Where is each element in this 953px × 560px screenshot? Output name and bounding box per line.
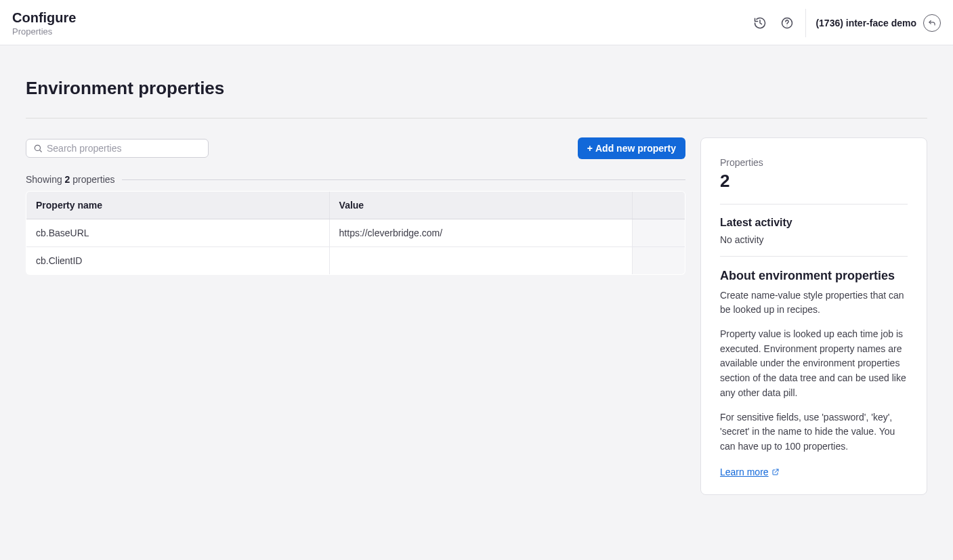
cell-actions[interactable] bbox=[633, 247, 685, 275]
search-input[interactable] bbox=[47, 143, 201, 154]
cell-value: https://cleverbridge.com/ bbox=[329, 219, 633, 247]
count-text: Showing 2 properties bbox=[26, 174, 122, 185]
add-button-label: Add new property bbox=[595, 143, 676, 154]
properties-table: Property name Value cb.BaseURL https://c… bbox=[26, 191, 685, 275]
learn-more-link[interactable]: Learn more bbox=[720, 467, 780, 477]
right-column: Properties 2 Latest activity No activity… bbox=[700, 137, 927, 495]
side-activity-value: No activity bbox=[720, 233, 908, 248]
side-about-label: About environment properties bbox=[720, 269, 908, 283]
page-title: Environment properties bbox=[26, 78, 927, 99]
cell-value bbox=[329, 247, 633, 275]
learn-more-label: Learn more bbox=[720, 467, 769, 477]
help-icon[interactable] bbox=[778, 14, 796, 32]
side-about-p2: Property value is looked up each time jo… bbox=[720, 327, 908, 400]
side-about-p1: Create name-value style properties that … bbox=[720, 288, 908, 318]
side-rule-1 bbox=[720, 204, 908, 204]
header-title: Configure bbox=[12, 10, 76, 25]
plus-icon: + bbox=[587, 143, 593, 154]
content-wrap: Environment properties + bbox=[26, 78, 927, 495]
side-about-p3: For sensitive fields, use 'password', 'k… bbox=[720, 410, 908, 454]
table-row[interactable]: cb.BaseURL https://cleverbridge.com/ bbox=[26, 219, 685, 247]
external-link-icon bbox=[771, 468, 780, 476]
two-column-layout: + Add new property Showing 2 properties bbox=[26, 137, 927, 495]
account-label: (1736) inter-face demo bbox=[816, 18, 916, 28]
controls-row: + Add new property bbox=[26, 137, 685, 159]
search-icon bbox=[33, 144, 43, 153]
count-line bbox=[122, 179, 685, 180]
add-new-property-button[interactable]: + Add new property bbox=[578, 137, 685, 159]
side-rule-2 bbox=[720, 256, 908, 257]
top-header: Configure Properties (1736) inter-face d… bbox=[0, 0, 953, 45]
table-row[interactable]: cb.ClientID bbox=[26, 247, 685, 275]
left-column: + Add new property Showing 2 properties bbox=[26, 137, 685, 275]
side-properties-count: 2 bbox=[720, 171, 908, 192]
cell-name: cb.ClientID bbox=[26, 247, 330, 275]
header-subtitle: Properties bbox=[12, 26, 76, 37]
page-body: Environment properties + bbox=[0, 45, 953, 560]
header-left: Configure Properties bbox=[12, 10, 76, 37]
header-right: (1736) inter-face demo bbox=[751, 9, 941, 37]
side-activity-label: Latest activity bbox=[720, 217, 908, 229]
history-icon[interactable] bbox=[751, 14, 769, 32]
col-header-actions bbox=[633, 192, 685, 219]
count-row: Showing 2 properties bbox=[26, 174, 685, 185]
side-properties-label: Properties bbox=[720, 157, 908, 168]
svg-line-3 bbox=[40, 150, 42, 152]
back-icon[interactable] bbox=[923, 14, 941, 32]
svg-point-1 bbox=[787, 26, 788, 26]
side-card: Properties 2 Latest activity No activity… bbox=[700, 137, 927, 495]
title-rule bbox=[26, 118, 927, 119]
account-area[interactable]: (1736) inter-face demo bbox=[816, 14, 941, 32]
cell-name: cb.BaseURL bbox=[26, 219, 330, 247]
col-header-name: Property name bbox=[26, 192, 330, 219]
header-divider bbox=[805, 9, 806, 37]
cell-actions[interactable] bbox=[633, 219, 685, 247]
col-header-value: Value bbox=[329, 192, 633, 219]
search-box[interactable] bbox=[26, 139, 209, 158]
